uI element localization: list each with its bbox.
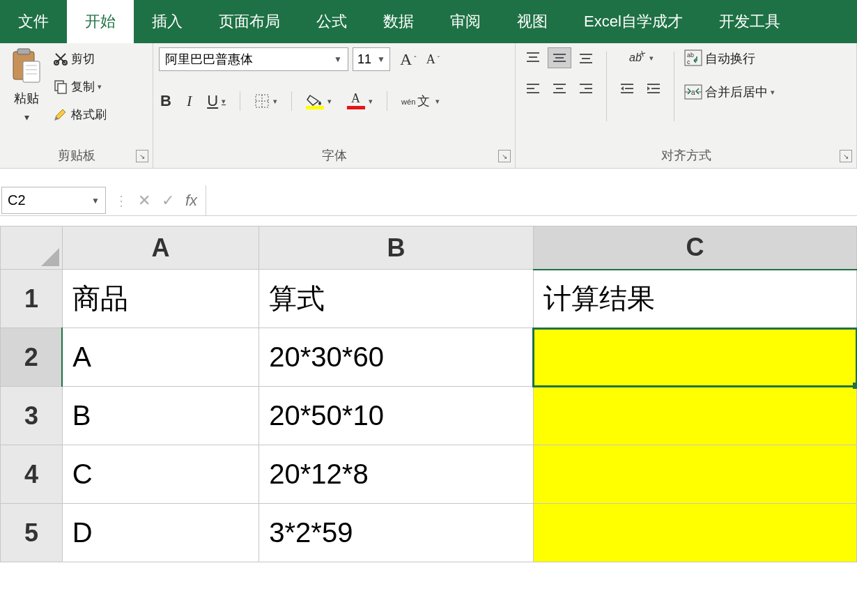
- increase-indent-button[interactable]: [642, 78, 665, 99]
- alignment-launcher[interactable]: ↘: [840, 150, 852, 162]
- cell-A2[interactable]: A: [62, 328, 259, 387]
- row-header-5[interactable]: 5: [1, 504, 63, 562]
- align-middle-button[interactable]: [548, 47, 571, 68]
- cell-B2[interactable]: 20*30*60: [259, 328, 534, 387]
- cell-C3[interactable]: [533, 387, 856, 445]
- cut-button[interactable]: 剪切: [52, 47, 96, 70]
- cell-A5[interactable]: D: [62, 504, 259, 562]
- group-clipboard: 粘贴 ▾ 剪切 复制 ▾ 格式刷 剪贴板 ↘: [0, 43, 153, 168]
- clipboard-launcher[interactable]: ↘: [136, 150, 148, 162]
- row-header-4[interactable]: 4: [1, 445, 63, 504]
- spreadsheet-grid: A B C 1 商品 算式 计算结果 2 A 20*30*60 3 B 20*5…: [0, 226, 857, 562]
- cell-C2[interactable]: [533, 328, 856, 387]
- wrap-text-label: 自动换行: [705, 50, 755, 67]
- tab-developer[interactable]: 开发工具: [701, 0, 798, 43]
- alignment-group-label: 对齐方式: [521, 143, 851, 168]
- copy-dropdown[interactable]: ▾: [98, 82, 102, 91]
- fx-button[interactable]: fx: [185, 192, 197, 210]
- cell-B1[interactable]: 算式: [259, 270, 534, 328]
- align-bottom-button[interactable]: [574, 47, 598, 68]
- svg-text:ab: ab: [629, 52, 642, 63]
- col-header-B[interactable]: B: [259, 226, 534, 270]
- divider-dots: ⋮: [114, 192, 128, 209]
- tab-custom[interactable]: Excel自学成才: [566, 0, 701, 43]
- align-left-button[interactable]: [521, 78, 545, 99]
- row-header-1[interactable]: 1: [1, 270, 63, 328]
- fill-color-button[interactable]: ▾: [304, 91, 333, 111]
- col-header-C[interactable]: C: [533, 226, 856, 270]
- clipboard-group-label: 剪贴板: [6, 143, 147, 168]
- name-box-value: C2: [8, 192, 26, 208]
- underline-button[interactable]: U▾: [206, 91, 227, 111]
- tab-formula[interactable]: 公式: [298, 0, 365, 43]
- cell-C4[interactable]: [533, 445, 856, 504]
- bucket-icon: [306, 93, 324, 109]
- format-painter-button[interactable]: 格式刷: [52, 103, 108, 125]
- paste-label: 粘贴: [14, 90, 39, 107]
- font-size-value: 11: [357, 52, 371, 67]
- cell-A3[interactable]: B: [62, 387, 259, 445]
- phonetic-button[interactable]: wén 文: [400, 93, 431, 109]
- name-box[interactable]: C2 ▼: [1, 187, 106, 214]
- align-center-button[interactable]: [548, 78, 571, 99]
- enter-formula-button[interactable]: ✓: [162, 192, 174, 210]
- orientation-icon: ab: [628, 49, 646, 67]
- format-painter-label: 格式刷: [71, 107, 107, 123]
- cell-C5[interactable]: [533, 504, 856, 562]
- font-size-select[interactable]: 11 ▼: [353, 47, 390, 71]
- svg-rect-9: [58, 84, 66, 93]
- ribbon: 粘贴 ▾ 剪切 复制 ▾ 格式刷 剪贴板 ↘: [0, 43, 857, 169]
- increase-font-button[interactable]: Aˆ: [399, 49, 418, 70]
- align-top-button[interactable]: [521, 47, 545, 68]
- align-right-button[interactable]: [574, 78, 598, 99]
- font-name-dropdown-icon: ▼: [334, 54, 342, 64]
- font-name-select[interactable]: 阿里巴巴普惠体 ▼: [159, 47, 348, 71]
- ribbon-tabs: 文件 开始 插入 页面布局 公式 数据 审阅 视图 Excel自学成才 开发工具: [0, 0, 857, 43]
- merge-center-button[interactable]: a 合并后居中 ▾: [683, 81, 776, 103]
- italic-button[interactable]: I: [185, 91, 193, 111]
- font-launcher[interactable]: ↘: [498, 150, 511, 162]
- merge-center-label: 合并后居中: [705, 84, 768, 100]
- cell-A4[interactable]: C: [62, 445, 259, 504]
- cell-C1[interactable]: 计算结果: [533, 270, 856, 328]
- tab-home[interactable]: 开始: [67, 0, 134, 43]
- select-all-corner[interactable]: [1, 226, 63, 270]
- row-header-2[interactable]: 2: [1, 328, 63, 387]
- name-box-dropdown-icon: ▼: [91, 196, 100, 206]
- cell-B3[interactable]: 20*50*10: [259, 387, 534, 445]
- scissors-icon: [53, 51, 68, 66]
- paste-button[interactable]: 粘贴 ▾: [6, 47, 47, 123]
- cell-B4[interactable]: 20*12*8: [259, 445, 534, 504]
- cancel-formula-button[interactable]: ✕: [138, 192, 150, 210]
- bold-button[interactable]: B: [159, 91, 173, 111]
- font-color-button[interactable]: A ▾: [346, 91, 374, 111]
- brush-icon: [53, 107, 68, 122]
- border-button[interactable]: ▾: [253, 92, 279, 110]
- font-name-value: 阿里巴巴普惠体: [165, 51, 253, 68]
- row-header-3[interactable]: 3: [1, 387, 63, 445]
- copy-button[interactable]: 复制 ▾: [52, 75, 103, 98]
- col-header-A[interactable]: A: [62, 226, 259, 270]
- merge-icon: a: [684, 84, 702, 100]
- decrease-indent-button[interactable]: [615, 78, 639, 99]
- tab-layout[interactable]: 页面布局: [201, 0, 298, 43]
- svg-text:ab: ab: [687, 52, 694, 59]
- orientation-button[interactable]: ab ▾: [626, 47, 655, 68]
- decrease-font-button[interactable]: Aˇ: [425, 51, 441, 68]
- border-icon: [254, 93, 270, 109]
- svg-rect-1: [17, 49, 30, 54]
- group-font: 阿里巴巴普惠体 ▼ 11 ▼ Aˆ Aˇ B I U▾: [153, 43, 516, 168]
- tab-view[interactable]: 视图: [499, 0, 566, 43]
- svg-rect-2: [23, 61, 40, 82]
- font-color-icon: A: [347, 93, 365, 109]
- formula-bar[interactable]: [206, 185, 857, 215]
- tab-review[interactable]: 审阅: [432, 0, 499, 43]
- tab-insert[interactable]: 插入: [134, 0, 201, 43]
- wrap-text-button[interactable]: abc 自动换行: [683, 47, 757, 70]
- tab-data[interactable]: 数据: [365, 0, 432, 43]
- group-alignment: ab ▾ abc 自动换行 a 合并后居中: [516, 43, 857, 168]
- paste-dropdown[interactable]: ▾: [24, 111, 29, 123]
- cell-B5[interactable]: 3*2*59: [259, 504, 534, 562]
- tab-file[interactable]: 文件: [0, 0, 67, 43]
- cell-A1[interactable]: 商品: [62, 270, 259, 328]
